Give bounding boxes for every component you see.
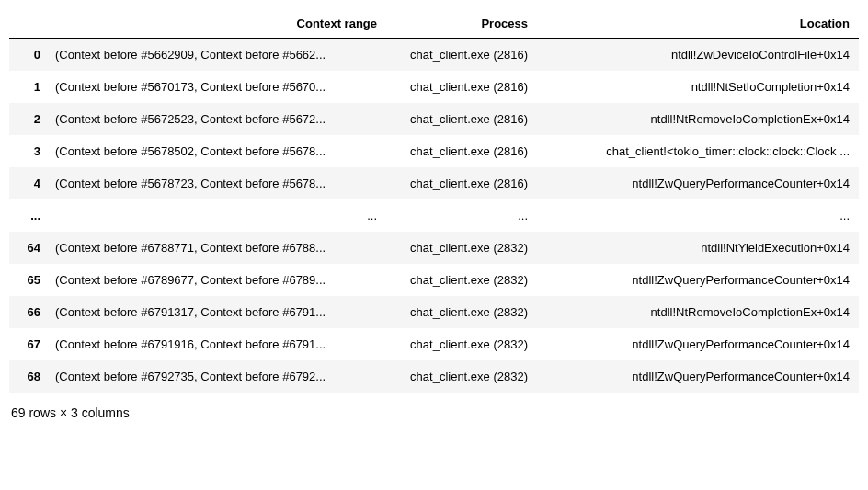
cell-location: chat_client!<tokio_timer::clock::clock::… <box>537 135 859 167</box>
row-index: 0 <box>9 39 46 72</box>
row-index: 68 <box>9 360 46 393</box>
cell-location: ntdll!ZwDeviceIoControlFile+0x14 <box>537 39 859 72</box>
ellipsis-row: ... ... ... ... <box>9 199 859 232</box>
row-index: 1 <box>9 71 46 103</box>
cell-context: (Context before #5672523, Context before… <box>46 103 386 135</box>
header-row: Context range Process Location <box>9 9 859 39</box>
table-row: 0 (Context before #5662909, Context befo… <box>9 39 859 72</box>
table-body: 0 (Context before #5662909, Context befo… <box>9 39 859 393</box>
row-index: 66 <box>9 296 46 328</box>
header-process: Process <box>386 9 537 39</box>
cell-process: chat_client.exe (2816) <box>386 167 537 199</box>
cell-process: chat_client.exe (2816) <box>386 135 537 167</box>
cell-location: ntdll!ZwQueryPerformanceCounter+0x14 <box>537 167 859 199</box>
table-row: 68 (Context before #6792735, Context bef… <box>9 360 859 393</box>
table-row: 2 (Context before #5672523, Context befo… <box>9 103 859 135</box>
row-index: 4 <box>9 167 46 199</box>
cell-location: ntdll!ZwQueryPerformanceCounter+0x14 <box>537 264 859 296</box>
cell-context: (Context before #6791916, Context before… <box>46 328 386 360</box>
cell-process: chat_client.exe (2832) <box>386 328 537 360</box>
cell-process: chat_client.exe (2832) <box>386 232 537 264</box>
cell-context: (Context before #5670173, Context before… <box>46 71 386 103</box>
row-index: 65 <box>9 264 46 296</box>
row-index: 3 <box>9 135 46 167</box>
cell-location: ... <box>537 199 859 232</box>
dataframe-table: Context range Process Location 0 (Contex… <box>9 9 859 393</box>
cell-context: (Context before #6789677, Context before… <box>46 264 386 296</box>
cell-location: ntdll!NtSetIoCompletion+0x14 <box>537 71 859 103</box>
cell-process: chat_client.exe (2832) <box>386 360 537 393</box>
cell-context: (Context before #5678723, Context before… <box>46 167 386 199</box>
cell-context: (Context before #5662909, Context before… <box>46 39 386 72</box>
row-index: 67 <box>9 328 46 360</box>
cell-context: (Context before #6788771, Context before… <box>46 232 386 264</box>
cell-process: chat_client.exe (2816) <box>386 39 537 72</box>
cell-process: chat_client.exe (2816) <box>386 71 537 103</box>
table-row: 3 (Context before #5678502, Context befo… <box>9 135 859 167</box>
cell-location: ntdll!NtYieldExecution+0x14 <box>537 232 859 264</box>
row-index: 2 <box>9 103 46 135</box>
cell-process: chat_client.exe (2816) <box>386 103 537 135</box>
cell-location: ntdll!ZwQueryPerformanceCounter+0x14 <box>537 360 859 393</box>
table-row: 4 (Context before #5678723, Context befo… <box>9 167 859 199</box>
row-index: 64 <box>9 232 46 264</box>
cell-process: chat_client.exe (2832) <box>386 264 537 296</box>
cell-location: ntdll!NtRemoveIoCompletionEx+0x14 <box>537 296 859 328</box>
cell-context: (Context before #6791317, Context before… <box>46 296 386 328</box>
table-row: 64 (Context before #6788771, Context bef… <box>9 232 859 264</box>
row-index: ... <box>9 199 46 232</box>
cell-context: ... <box>46 199 386 232</box>
header-context-range: Context range <box>46 9 386 39</box>
cell-process: chat_client.exe (2832) <box>386 296 537 328</box>
cell-location: ntdll!NtRemoveIoCompletionEx+0x14 <box>537 103 859 135</box>
cell-process: ... <box>386 199 537 232</box>
cell-context: (Context before #6792735, Context before… <box>46 360 386 393</box>
table-row: 66 (Context before #6791317, Context bef… <box>9 296 859 328</box>
cell-location: ntdll!ZwQueryPerformanceCounter+0x14 <box>537 328 859 360</box>
header-location: Location <box>537 9 859 39</box>
cell-context: (Context before #5678502, Context before… <box>46 135 386 167</box>
summary-text: 69 rows × 3 columns <box>9 393 859 424</box>
header-index-blank <box>9 9 46 39</box>
table-row: 1 (Context before #5670173, Context befo… <box>9 71 859 103</box>
table-row: 67 (Context before #6791916, Context bef… <box>9 328 859 360</box>
table-row: 65 (Context before #6789677, Context bef… <box>9 264 859 296</box>
